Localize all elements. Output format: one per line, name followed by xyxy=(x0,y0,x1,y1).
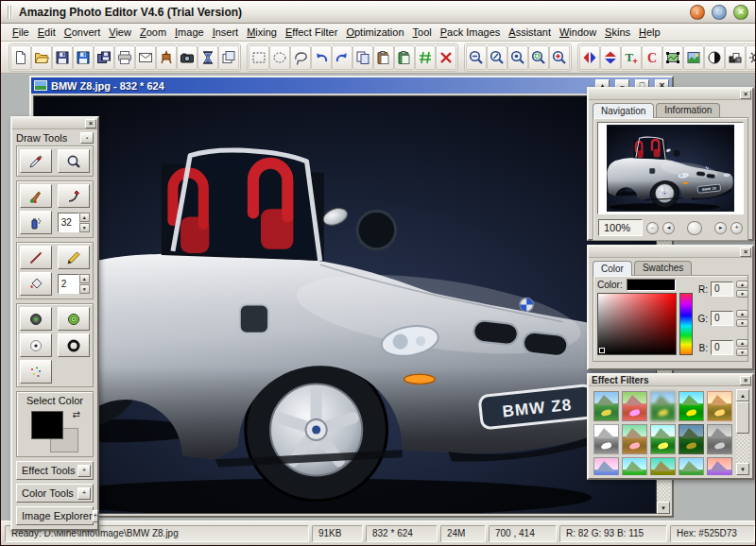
tab-color[interactable]: Color xyxy=(593,261,632,276)
eyedropper-tool-button[interactable] xyxy=(20,149,52,173)
size-spinner[interactable]: 2 xyxy=(58,274,90,294)
spin-down-icon[interactable] xyxy=(79,284,90,294)
rotate-button[interactable] xyxy=(642,45,662,70)
effect-filter-3[interactable] xyxy=(650,391,676,421)
menu-help[interactable]: Help xyxy=(635,26,664,39)
menu-zoom[interactable]: Zoom xyxy=(136,26,170,39)
zoom-in-button[interactable] xyxy=(549,45,570,70)
color-panel-strip[interactable] xyxy=(589,247,752,258)
save-button[interactable] xyxy=(52,45,73,70)
zoom-level-field[interactable]: 100% xyxy=(598,219,643,236)
ring-shape-tool-button[interactable] xyxy=(58,333,90,357)
send-mail-button[interactable] xyxy=(135,45,156,70)
effect-filter-9[interactable] xyxy=(679,424,704,454)
green-circle-tool-button[interactable] xyxy=(58,307,90,331)
brightness-button[interactable] xyxy=(746,45,756,70)
draw-tools-pin-button[interactable] xyxy=(80,132,94,144)
gradient-circle-tool-button[interactable] xyxy=(20,307,52,331)
color-panel-close-icon[interactable] xyxy=(740,247,751,257)
effect-filters-close-icon[interactable] xyxy=(740,376,751,385)
print-button[interactable] xyxy=(114,45,135,70)
paste-as-new-button[interactable] xyxy=(394,45,415,70)
color-balance-button[interactable] xyxy=(725,45,746,70)
navigation-close-icon[interactable] xyxy=(740,90,751,99)
spin-up-icon[interactable] xyxy=(736,281,748,288)
dot-shape-tool-button[interactable] xyxy=(20,333,52,357)
menu-image[interactable]: Image xyxy=(171,26,208,39)
navigation-thumbnail-box[interactable] xyxy=(597,122,744,214)
select-lasso-button[interactable] xyxy=(290,45,311,70)
flip-horizontal-button[interactable] xyxy=(579,45,600,70)
copy-button[interactable] xyxy=(352,45,373,70)
effect-filter-14[interactable] xyxy=(679,457,704,475)
screen-capture-button[interactable] xyxy=(177,45,198,70)
resize-button[interactable] xyxy=(662,45,683,70)
menu-view[interactable]: View xyxy=(105,26,135,39)
effect-filter-5[interactable] xyxy=(707,391,732,421)
slideshow-button[interactable] xyxy=(156,45,177,70)
fill-bucket-tool-button[interactable] xyxy=(20,272,52,296)
pack-images-button[interactable] xyxy=(218,45,239,70)
flip-vertical-button[interactable] xyxy=(600,45,621,70)
menu-pack-images[interactable]: Pack Images xyxy=(437,26,505,39)
zoom-step-right-button[interactable] xyxy=(714,222,727,234)
menu-tool[interactable]: Tool xyxy=(409,26,436,39)
spin-up-icon[interactable] xyxy=(79,274,90,283)
zoom-ratio-button[interactable] xyxy=(487,45,507,70)
saturation-value-picker[interactable] xyxy=(597,293,677,355)
hue-slider[interactable] xyxy=(679,293,693,355)
crop-button[interactable] xyxy=(415,45,436,70)
effect-filter-12[interactable] xyxy=(622,457,647,475)
menu-optimization[interactable]: Optimization xyxy=(342,26,407,39)
zoom-actual-button[interactable] xyxy=(507,45,528,70)
section-effect-tools[interactable]: Effect Tools xyxy=(16,461,94,480)
paintbrush-tool-button[interactable] xyxy=(20,184,52,208)
tab-information[interactable]: Information xyxy=(656,103,720,117)
navigation-strip[interactable] xyxy=(589,89,752,100)
foreground-color-swatch[interactable] xyxy=(31,411,63,439)
effect-filter-6[interactable] xyxy=(593,424,619,454)
filters-scroll-up-icon[interactable] xyxy=(736,389,749,401)
spin-down-icon[interactable] xyxy=(79,223,90,232)
section-image-explorer[interactable]: Image Explorer xyxy=(16,506,94,525)
expand-icon[interactable] xyxy=(93,510,99,522)
maximize-button[interactable] xyxy=(712,5,727,20)
menu-window[interactable]: Window xyxy=(556,26,600,39)
scroll-down-icon[interactable] xyxy=(657,502,670,514)
spin-down-icon[interactable] xyxy=(736,349,748,356)
size-spinner[interactable]: 32 xyxy=(58,213,90,232)
airbrush-tool-button[interactable] xyxy=(20,211,52,234)
effect-filter-11[interactable] xyxy=(593,457,619,475)
menu-skins[interactable]: Skins xyxy=(601,26,634,39)
add-text-button[interactable] xyxy=(621,45,642,70)
spin-down-icon[interactable] xyxy=(736,290,748,298)
navigation-thumbnail[interactable] xyxy=(607,125,734,212)
save-all-button[interactable] xyxy=(94,45,114,70)
canvas-size-button[interactable] xyxy=(683,45,704,70)
effect-filter-2[interactable] xyxy=(622,391,647,421)
draw-tools-close-icon[interactable] xyxy=(85,119,96,128)
save-as-button[interactable] xyxy=(73,45,94,70)
menu-file[interactable]: File xyxy=(9,26,33,39)
expand-icon[interactable] xyxy=(77,465,91,477)
effect-filter-4[interactable] xyxy=(679,391,704,421)
menu-mixing[interactable]: Mixing xyxy=(243,26,281,39)
spin-down-icon[interactable] xyxy=(736,319,748,327)
scatter-tool-button[interactable] xyxy=(20,360,52,384)
zoom-increase-button[interactable] xyxy=(730,222,743,234)
effect-filter-7[interactable] xyxy=(622,424,647,454)
delete-button[interactable] xyxy=(436,45,456,70)
effect-filter-8[interactable] xyxy=(650,424,676,454)
undo-button[interactable] xyxy=(311,45,332,70)
zoom-decrease-button[interactable] xyxy=(646,222,659,234)
paste-button[interactable] xyxy=(373,45,394,70)
pencil-tool-button[interactable] xyxy=(58,246,90,269)
effect-filter-15[interactable] xyxy=(707,457,732,475)
image-window-titlebar[interactable]: BMW Z8.jpg - 832 * 624 xyxy=(31,77,672,94)
menu-insert[interactable]: Insert xyxy=(209,26,243,39)
zoom-fit-button[interactable] xyxy=(528,45,549,70)
tab-swatches[interactable]: Swatches xyxy=(634,261,692,275)
brush-tool-button[interactable] xyxy=(58,184,90,208)
contrast-button[interactable] xyxy=(704,45,725,70)
open-file-button[interactable] xyxy=(31,45,52,70)
